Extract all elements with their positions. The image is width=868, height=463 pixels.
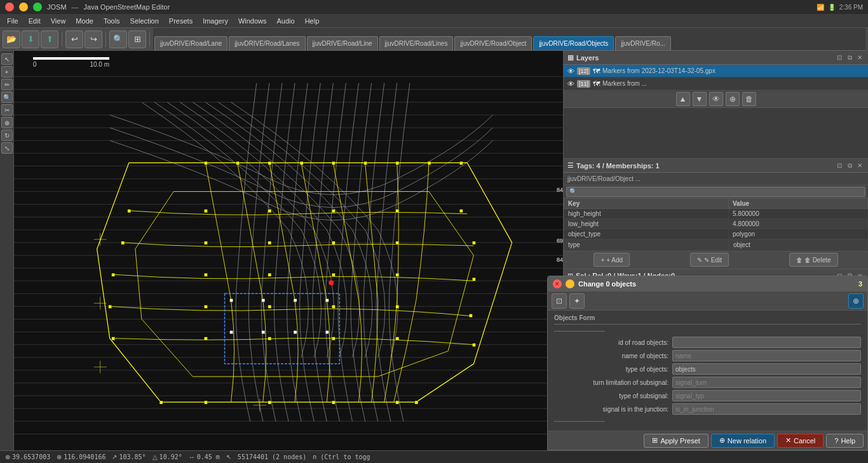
tab-road-line[interactable]: jjuvDRIVE/Road/Line [307, 36, 378, 50]
menu-selection[interactable]: Selection [126, 16, 163, 26]
scale-line [33, 57, 109, 60]
svg-rect-73 [268, 401, 271, 404]
open-button[interactable]: 📂 [3, 30, 20, 48]
field-input-turn[interactable] [672, 377, 861, 388]
prop-key-2: low_height [564, 219, 729, 229]
hint-value: n (Ctrl to togg [313, 453, 370, 460]
props-icon: ☰ [567, 161, 574, 170]
svg-rect-54 [204, 273, 207, 276]
menu-presets[interactable]: Presets [165, 16, 197, 26]
svg-rect-53 [112, 273, 115, 276]
dialog-badge: 3 [858, 280, 862, 288]
select-tool[interactable]: ↖ [1, 53, 13, 65]
props-edit-btn[interactable]: ✎ ✎ Edit [690, 253, 729, 267]
lon-icon: ⊕ [57, 453, 62, 460]
svg-rect-33 [236, 161, 240, 164]
svg-point-86 [329, 280, 334, 285]
layers-header-icons: ⊡ ⧉ ✕ [835, 53, 864, 62]
menu-view[interactable]: View [46, 16, 71, 26]
svg-text:84: 84 [557, 257, 563, 263]
delete-tool[interactable]: ✂ [1, 104, 13, 116]
svg-rect-34 [268, 161, 271, 164]
props-col-key: Key [564, 199, 729, 209]
dialog-tb-btn-3[interactable]: ⊕ [848, 293, 864, 309]
select-button[interactable]: ⊞ [128, 30, 146, 48]
tab-road-object[interactable]: jjuvDRIVE/Road/Object [454, 36, 532, 50]
menu-edit[interactable]: Edit [24, 16, 45, 26]
dialog-tb-btn-1[interactable]: ⊡ [552, 293, 567, 309]
props-search-input[interactable] [566, 187, 865, 197]
add-node-tool[interactable]: + [1, 66, 13, 77]
apply-preset-icon: ⊞ [652, 436, 658, 445]
close-btn[interactable] [5, 3, 14, 11]
help-btn[interactable]: ? Help [826, 434, 864, 448]
dialog-min-btn[interactable] [566, 279, 574, 288]
layer-eye-btn[interactable]: 👁 [709, 92, 723, 106]
menu-help[interactable]: Help [301, 16, 324, 26]
field-input-junction[interactable] [672, 403, 861, 415]
dialog-tb-btn-2[interactable]: ✦ [569, 293, 585, 309]
tab-road-objects[interactable]: jjuvDRIVE/Road/Objects [533, 36, 614, 50]
layers-header: ▦ Layers ⊡ ⧉ ✕ [564, 51, 868, 65]
undo-button[interactable]: ↩ [65, 30, 83, 48]
minimize-btn[interactable] [19, 3, 28, 11]
tab-road-lines[interactable]: jjuvDRIVE/Road/Lines [379, 36, 454, 50]
detach-icon[interactable]: ⧉ [845, 53, 854, 62]
draw-tool[interactable]: ✏ [1, 79, 13, 90]
redo-button[interactable]: ↪ [85, 30, 102, 48]
svg-rect-82 [262, 331, 265, 334]
props-add-btn[interactable]: + + Add [593, 253, 630, 267]
upload-button[interactable]: ⬆ [41, 30, 58, 48]
tab-road-lane[interactable]: jjuvDRIVE/Road/Lane [154, 36, 227, 50]
cancel-btn[interactable]: ✕ Cancel [777, 434, 824, 448]
props-delete-btn[interactable]: 🗑 🗑 Delete [789, 253, 838, 267]
angle1-value: 103.85° [119, 453, 146, 460]
dialog-close-btn[interactable]: ✕ [553, 279, 562, 288]
props-title: Tags: 4 / Memberships: 1 [576, 162, 832, 170]
move-tool[interactable]: ⊕ [1, 117, 13, 128]
props-detach-icon[interactable]: ⧉ [845, 161, 854, 170]
field-input-id[interactable] [672, 337, 861, 348]
scale-value: 10.0 m [90, 61, 109, 68]
prop-val-1: 5.800000 [729, 209, 868, 219]
menu-imagery[interactable]: Imagery [198, 16, 233, 26]
dialog-sep-text-2: ------------------------ [554, 417, 861, 424]
new-relation-btn[interactable]: ⊕ New relation [711, 434, 775, 448]
edit-icon: ✎ [697, 257, 702, 264]
field-label-turn: turn limitation of subsignal: [554, 379, 668, 386]
dialog-sep-text-1: ------------------------ [554, 327, 861, 334]
menu-tools[interactable]: Tools [99, 16, 125, 26]
zoom-tool[interactable]: 🔍 [1, 91, 13, 103]
layer-up-btn[interactable]: ▲ [676, 92, 690, 106]
layer-merge-btn[interactable]: ⊕ [726, 92, 740, 106]
menu-audio[interactable]: Audio [273, 16, 299, 26]
map-canvas[interactable]: 0 10.0 m [14, 51, 563, 450]
field-input-type[interactable] [672, 363, 861, 375]
layer-delete-btn[interactable]: 🗑 [742, 92, 756, 106]
layer-item-1[interactable]: 👁 [12] 🗺 Markers from 2023-12-03T14-32-0… [564, 65, 868, 77]
layer-down-btn[interactable]: ▼ [693, 92, 707, 106]
tab-road-other[interactable]: jjuvDRIVE/Ro... [615, 36, 670, 50]
props-expand-icon[interactable]: ⊡ [835, 161, 844, 170]
maximize-btn[interactable] [33, 3, 42, 11]
layer-item-2[interactable]: 👁 [11] 🗺 Markers from ... [564, 77, 868, 90]
props-close-icon[interactable]: ✕ [855, 161, 864, 170]
toolbar-separator-2 [105, 32, 106, 47]
menu-windows[interactable]: Windows [234, 16, 271, 26]
tab-road-lanes[interactable]: jjuvDRIVE/Road/Lanes [229, 36, 305, 50]
menu-file[interactable]: File [3, 16, 23, 26]
close-panel-icon[interactable]: ✕ [855, 53, 864, 62]
status-lat: ⊕ 39.6537003 [5, 453, 50, 460]
menu-mode[interactable]: Mode [71, 16, 98, 26]
field-input-name[interactable] [672, 350, 861, 361]
field-input-subsignal[interactable] [672, 390, 861, 401]
svg-rect-59 [109, 305, 112, 308]
expand-icon[interactable]: ⊡ [835, 53, 844, 62]
download-button[interactable]: ⬇ [22, 30, 39, 48]
scale-tool[interactable]: ⤡ [1, 142, 13, 154]
titlebar: JOSM — Java OpenStreetMap Editor 📶 🔋 2:3… [0, 0, 868, 14]
zoom-button[interactable]: 🔍 [109, 30, 127, 48]
layer-map-icon-2: 🗺 [593, 80, 600, 88]
rotate-tool[interactable]: ↻ [1, 130, 13, 141]
apply-preset-btn[interactable]: ⊞ Apply Preset [644, 434, 708, 448]
